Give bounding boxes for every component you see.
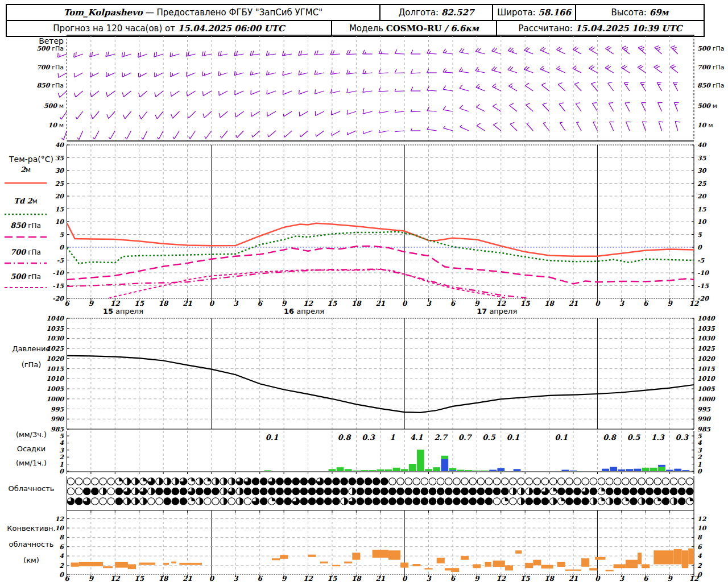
svg-text:15: 15 — [134, 575, 144, 582]
svg-text:4: 4 — [59, 552, 64, 560]
svg-text:1020: 1020 — [697, 355, 715, 363]
svg-text:0.8: 0.8 — [338, 433, 352, 442]
meteogram-chart: 500 гПа500 гПа700 гПа700 гПа850 гПа850 г… — [0, 0, 728, 582]
svg-text:21: 21 — [183, 300, 192, 307]
svg-text:700 гПа: 700 гПа — [697, 64, 725, 71]
svg-text:1010: 1010 — [697, 375, 715, 383]
svg-text:500 м: 500 м — [44, 102, 64, 110]
svg-text:2: 2 — [697, 454, 702, 461]
svg-text:8: 8 — [59, 534, 64, 541]
svg-text:0.1: 0.1 — [507, 433, 520, 442]
svg-text:3: 3 — [233, 300, 239, 307]
svg-text:9: 9 — [667, 300, 673, 307]
svg-text:12: 12 — [55, 516, 65, 523]
svg-text:0: 0 — [697, 468, 702, 475]
svg-text:15: 15 — [328, 300, 337, 307]
svg-text:1025: 1025 — [46, 345, 64, 352]
svg-text:15: 15 — [134, 300, 144, 307]
svg-text:1020: 1020 — [46, 355, 64, 363]
convective-bars — [71, 548, 694, 572]
svg-text:9: 9 — [282, 575, 287, 582]
svg-text:700 гПа: 700 гПа — [36, 64, 64, 71]
svg-text:6: 6 — [64, 575, 70, 582]
svg-text:1040: 1040 — [697, 315, 715, 322]
svg-text:18: 18 — [351, 575, 362, 582]
svg-text:0: 0 — [402, 300, 408, 307]
svg-text:0: 0 — [209, 575, 215, 582]
svg-text:1035: 1035 — [697, 325, 715, 332]
svg-text:0.1: 0.1 — [555, 433, 568, 442]
svg-text:2м: 2м — [20, 165, 31, 174]
svg-text:9: 9 — [667, 575, 673, 582]
svg-text:0: 0 — [59, 468, 64, 475]
svg-text:10 м: 10 м — [48, 122, 64, 129]
svg-text:1000: 1000 — [697, 396, 715, 403]
svg-text:1.3: 1.3 — [651, 433, 665, 442]
svg-text:3: 3 — [619, 300, 625, 307]
svg-text:0: 0 — [595, 300, 601, 307]
svg-text:18: 18 — [544, 575, 555, 582]
svg-text:1030: 1030 — [697, 335, 715, 342]
svg-text:3: 3 — [619, 575, 625, 582]
svg-text:-20: -20 — [52, 295, 64, 302]
svg-text:18: 18 — [159, 300, 169, 307]
svg-text:15 апреля: 15 апреля — [103, 307, 143, 315]
svg-text:4: 4 — [697, 552, 702, 560]
svg-text:6: 6 — [450, 575, 456, 582]
svg-text:500 гПа: 500 гПа — [10, 272, 41, 281]
svg-text:500 гПа: 500 гПа — [36, 45, 64, 52]
svg-text:9: 9 — [89, 300, 94, 307]
svg-text:-5: -5 — [57, 257, 65, 264]
svg-text:40: 40 — [55, 142, 65, 149]
meteogram-page: Tom_Kolpashevo — Предоставлено ФГБУ "Зап… — [0, 0, 728, 582]
svg-text:995: 995 — [51, 406, 64, 413]
svg-text:990: 990 — [51, 415, 64, 423]
svg-text:0.5: 0.5 — [482, 433, 496, 442]
svg-text:12: 12 — [110, 300, 121, 307]
convective-panel: 002244668810101212 — [55, 516, 707, 579]
svg-text:21: 21 — [183, 575, 192, 582]
svg-text:3: 3 — [59, 447, 64, 454]
svg-text:0.3: 0.3 — [676, 433, 689, 442]
svg-text:5: 5 — [59, 231, 64, 239]
svg-text:21: 21 — [569, 575, 578, 582]
svg-text:4: 4 — [697, 439, 702, 447]
svg-text:-15: -15 — [697, 282, 709, 290]
svg-text:12: 12 — [496, 300, 506, 307]
svg-text:9: 9 — [474, 300, 480, 307]
svg-text:15: 15 — [520, 300, 530, 307]
svg-text:12: 12 — [110, 575, 121, 582]
svg-text:3: 3 — [233, 575, 239, 582]
svg-text:9: 9 — [89, 575, 94, 582]
svg-text:17 апреля: 17 апреля — [477, 307, 517, 315]
svg-text:9: 9 — [474, 575, 480, 582]
svg-text:6: 6 — [258, 575, 263, 582]
svg-text:10: 10 — [55, 218, 65, 226]
svg-text:0.3: 0.3 — [362, 433, 375, 442]
svg-text:1000: 1000 — [46, 396, 64, 403]
svg-text:-5: -5 — [697, 257, 705, 264]
svg-text:21: 21 — [569, 300, 578, 307]
svg-text:1005: 1005 — [697, 385, 715, 393]
svg-text:5: 5 — [697, 231, 702, 239]
svg-text:10 м: 10 м — [697, 122, 713, 129]
temperature-panel: -20-20-15-15-10-10-5-5005510101515202025… — [52, 142, 709, 302]
svg-text:30: 30 — [697, 167, 707, 174]
svg-text:500 гПа: 500 гПа — [697, 45, 725, 52]
svg-text:0: 0 — [59, 571, 64, 579]
svg-text:2: 2 — [59, 562, 64, 569]
svg-text:4: 4 — [59, 439, 64, 447]
svg-text:5: 5 — [697, 433, 702, 440]
svg-text:0.8: 0.8 — [603, 433, 617, 442]
svg-text:500 м: 500 м — [697, 102, 717, 110]
svg-text:5: 5 — [59, 433, 64, 440]
svg-text:12: 12 — [303, 300, 313, 307]
svg-text:12: 12 — [496, 575, 506, 582]
svg-text:1010: 1010 — [46, 375, 64, 383]
svg-text:700 гПа: 700 гПа — [10, 248, 41, 256]
svg-text:15: 15 — [520, 575, 530, 582]
svg-text:4.1: 4.1 — [410, 433, 423, 442]
svg-text:6: 6 — [643, 300, 649, 307]
svg-text:1015: 1015 — [697, 365, 715, 373]
svg-text:-15: -15 — [52, 282, 64, 290]
